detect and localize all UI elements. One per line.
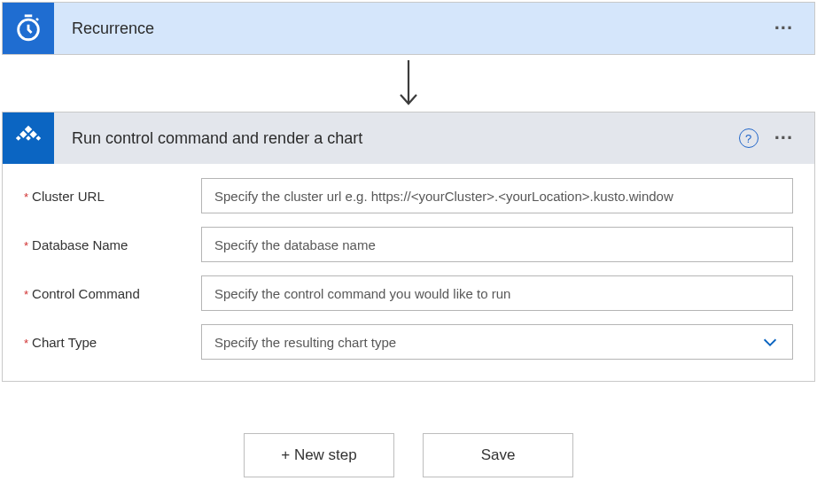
chart-type-select[interactable]: Specify the resulting chart type xyxy=(201,324,793,360)
kusto-actions: ? ··· xyxy=(739,128,814,148)
label-text: Database Name xyxy=(32,237,128,252)
save-button[interactable]: Save xyxy=(423,433,573,477)
svg-rect-7 xyxy=(16,136,21,141)
svg-rect-3 xyxy=(29,131,36,138)
chart-type-row: * Chart Type Specify the resulting chart… xyxy=(24,324,793,360)
new-step-button[interactable]: + New step xyxy=(244,433,394,477)
data-explorer-icon xyxy=(12,122,44,154)
control-command-row: * Control Command xyxy=(24,275,793,311)
label-text: Control Command xyxy=(32,286,140,301)
database-name-label: * Database Name xyxy=(24,237,201,252)
database-name-input[interactable] xyxy=(201,227,793,262)
control-command-input[interactable] xyxy=(201,275,793,311)
cluster-url-row: * Cluster URL xyxy=(24,178,793,213)
database-name-row: * Database Name xyxy=(24,227,793,262)
kusto-title: Run control command and render a chart xyxy=(54,129,739,148)
recurrence-step-card: Recurrence ··· xyxy=(2,2,815,55)
clock-icon xyxy=(13,13,43,43)
recurrence-icon-box xyxy=(3,3,54,54)
control-command-label: * Control Command xyxy=(24,286,201,301)
chevron-down-icon xyxy=(760,332,780,352)
ellipsis-icon[interactable]: ··· xyxy=(774,19,793,38)
recurrence-title: Recurrence xyxy=(54,19,774,38)
select-placeholder: Specify the resulting chart type xyxy=(214,335,396,350)
required-asterisk: * xyxy=(24,288,28,301)
help-icon[interactable]: ? xyxy=(739,128,759,148)
cluster-url-input[interactable] xyxy=(201,178,793,213)
svg-rect-2 xyxy=(25,126,32,133)
required-asterisk: * xyxy=(24,239,28,252)
ellipsis-icon[interactable]: ··· xyxy=(774,128,793,148)
kusto-form: * Cluster URL * Database Name * Control … xyxy=(3,164,814,381)
recurrence-header[interactable]: Recurrence ··· xyxy=(3,3,814,54)
svg-rect-5 xyxy=(19,131,27,138)
required-asterisk: * xyxy=(24,190,28,204)
svg-rect-4 xyxy=(35,136,41,141)
recurrence-actions: ··· xyxy=(774,19,814,38)
required-asterisk: * xyxy=(24,337,28,350)
kusto-step-card: Run control command and render a chart ?… xyxy=(2,112,815,382)
arrow-down-icon xyxy=(395,58,422,108)
chart-type-label: * Chart Type xyxy=(24,335,201,350)
label-text: Cluster URL xyxy=(32,189,105,204)
cluster-url-label: * Cluster URL xyxy=(24,189,201,204)
kusto-icon-box xyxy=(3,112,54,164)
kusto-header[interactable]: Run control command and render a chart ?… xyxy=(3,112,814,164)
svg-rect-6 xyxy=(26,136,31,141)
footer-buttons: + New step Save xyxy=(2,433,815,477)
label-text: Chart Type xyxy=(32,335,97,350)
flow-arrow-connector xyxy=(2,55,815,112)
